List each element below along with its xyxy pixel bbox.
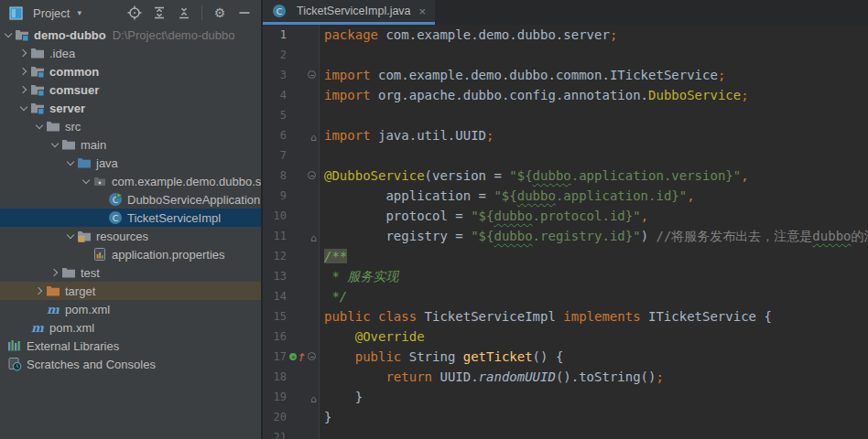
project-view-dropdown[interactable]: Project ▾ — [8, 5, 81, 20]
collapse-all-icon[interactable] — [177, 5, 191, 20]
override-method-icon[interactable]: ↑ — [289, 351, 304, 362]
tree-row-pom-xml[interactable]: mpom.xml — [0, 318, 261, 337]
chevron-down-icon[interactable] — [82, 176, 90, 183]
code-line-6[interactable]: 6⌂import java.util.UUID; — [263, 125, 868, 145]
gutter-markers — [287, 105, 319, 125]
code-line-21[interactable]: 21 — [263, 427, 868, 439]
code-token: , — [741, 168, 748, 183]
code-line-1[interactable]: 1package com.example.demo.dubbo.server; — [263, 25, 868, 45]
line-number: 3 — [263, 65, 287, 85]
chevron-right-icon[interactable] — [35, 287, 42, 294]
code-line-4[interactable]: 4import org.apache.dubbo.config.annotati… — [263, 85, 868, 105]
chevron-down-icon[interactable] — [67, 230, 74, 238]
code-line-2[interactable]: 2 — [263, 45, 868, 65]
tree-row-common[interactable]: common — [0, 62, 261, 80]
code-line-16[interactable]: 16 @Override — [263, 327, 868, 347]
tree-row-ticketserviceimpl[interactable]: CTicketServiceImpl — [0, 209, 261, 227]
tab-ticketserviceimpl-java[interactable]: C TicketServiceImpl.java × — [263, 0, 435, 25]
chevron-down-icon[interactable] — [67, 157, 74, 165]
code-line-20[interactable]: 20} — [263, 407, 868, 427]
code-line-7[interactable]: 7 — [263, 145, 868, 166]
scratches-icon — [7, 357, 22, 371]
folder-module-icon — [30, 101, 45, 115]
code-token: implements — [563, 309, 648, 324]
gutter: 6⌂ — [263, 125, 320, 145]
code-editor[interactable]: 1package com.example.demo.dubbo.server;2… — [263, 25, 868, 439]
chevron-down-icon[interactable] — [36, 121, 43, 128]
external-libraries-icon — [7, 338, 22, 353]
fold-start-icon[interactable] — [308, 171, 316, 179]
hide-icon[interactable] — [237, 5, 252, 20]
settings-icon[interactable]: ⚙ — [212, 5, 227, 20]
chevron-down-icon[interactable] — [20, 102, 27, 110]
tree-indent-slot — [17, 87, 30, 92]
tree-row--idea[interactable]: .idea — [0, 44, 261, 62]
code-token — [324, 329, 355, 344]
code-line-18[interactable]: 18 return UUID.randomUUID().toString(); — [263, 367, 868, 387]
tree-row-target[interactable]: target — [0, 282, 261, 300]
chevron-right-icon[interactable] — [19, 49, 27, 57]
gutter-markers — [287, 85, 319, 105]
gutter-markers — [287, 145, 319, 166]
code-line-17[interactable]: 17↑ public String getTicket() { — [263, 347, 868, 367]
code-line-11[interactable]: 11⌂ registry = "${dubbo.registry.id}") /… — [263, 226, 868, 246]
code-text: package com.example.demo.dubbo.server; — [320, 25, 617, 45]
close-icon[interactable]: × — [419, 5, 427, 18]
tree-row-application-properties[interactable]: application.properties — [0, 245, 261, 263]
code-text: @DubboService(version = "${dubbo.applica… — [320, 166, 749, 186]
chevron-right-icon[interactable] — [50, 269, 58, 276]
code-line-9[interactable]: 9 application = "${dubbo.application.id}… — [263, 186, 868, 206]
code-token: org.apache.dubbo.config.annotation. — [378, 88, 648, 102]
chevron-down-icon[interactable] — [5, 29, 12, 37]
code-text: application = "${dubbo.application.id}", — [320, 186, 695, 206]
maven-icon: m — [30, 320, 45, 335]
tree-row-comsuer[interactable]: comsuer — [0, 80, 261, 99]
tree-row-dubboserviceapplication[interactable]: CDubboServiceApplication — [0, 190, 261, 209]
tree-row-test[interactable]: test — [0, 263, 261, 282]
chevron-right-icon[interactable] — [19, 86, 27, 93]
svg-text:C: C — [113, 213, 119, 223]
code-line-8[interactable]: 8@DubboService(version = "${dubbo.applic… — [263, 166, 868, 186]
tree-indent-slot — [2, 34, 15, 37]
gutter-markers — [287, 306, 319, 327]
project-panel-title: Project — [33, 6, 70, 20]
code-line-12[interactable]: 12/** — [263, 246, 868, 266]
folder-target-icon — [46, 284, 60, 298]
tree-row-pom-xml[interactable]: mpom.xml — [0, 300, 261, 318]
code-line-13[interactable]: 13 * 服务实现 — [263, 266, 868, 286]
folder-icon — [46, 119, 60, 134]
code-line-3[interactable]: 3import com.example.demo.dubbo.common.IT… — [263, 65, 868, 85]
gutter-markers — [287, 266, 319, 286]
fold-start-icon[interactable] — [308, 70, 316, 79]
tree-row-server[interactable]: server — [0, 99, 261, 117]
code-line-15[interactable]: 15public class TicketServiceImpl impleme… — [263, 306, 868, 327]
code-line-5[interactable]: 5 — [263, 105, 868, 125]
tree-row-main[interactable]: main — [0, 135, 261, 154]
tree-row-java[interactable]: java — [0, 154, 261, 172]
folder-module-icon — [30, 82, 45, 97]
code-token: public class — [324, 309, 425, 324]
expand-all-icon[interactable] — [152, 5, 167, 20]
tree-row-scratches-and-consoles[interactable]: Scratches and Consoles — [0, 355, 261, 373]
chevron-right-icon[interactable] — [19, 68, 27, 75]
code-token: dubbo — [517, 188, 556, 203]
code-line-14[interactable]: 14 */ — [263, 286, 868, 306]
code-token — [324, 369, 385, 384]
tree-row-demo-dubbo[interactable]: demo-dubboD:\Project\demo-dubbo — [0, 26, 261, 44]
gutter: 5 — [263, 105, 320, 125]
line-number: 13 — [263, 266, 287, 286]
folder-resources-icon — [77, 229, 92, 243]
tree-row-external-libraries[interactable]: External Libraries — [0, 337, 261, 355]
line-number: 10 — [263, 206, 287, 226]
fold-start-icon[interactable] — [308, 352, 316, 360]
code-line-10[interactable]: 10 protocol = "${dubbo.protocol.id}", — [263, 206, 868, 226]
tree-row-resources[interactable]: resources — [0, 227, 261, 245]
code-line-19[interactable]: 19⌂ } — [263, 387, 868, 407]
chevron-down-icon[interactable] — [51, 139, 59, 146]
tree-indent-slot — [33, 288, 46, 294]
code-text: } — [320, 407, 331, 427]
tree-row-src[interactable]: src — [0, 117, 261, 135]
code-token: DubboService — [648, 88, 741, 102]
locate-icon[interactable] — [127, 5, 142, 20]
tree-row-com-example-demo-dubbo-se[interactable]: com.example.demo.dubbo.se — [0, 172, 261, 190]
